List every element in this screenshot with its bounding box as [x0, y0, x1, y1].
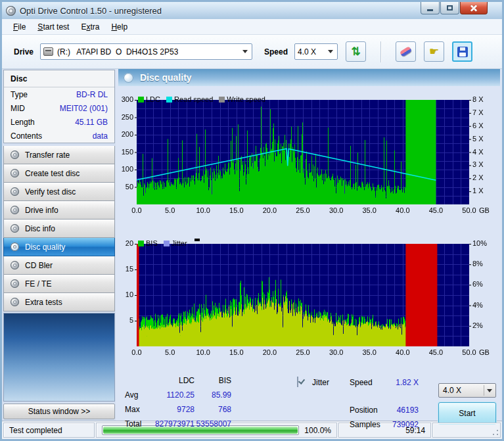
- hand-button[interactable]: ☛: [424, 41, 444, 62]
- samples-label: Samples: [350, 420, 380, 429]
- speed-value: 4.0 X: [298, 47, 316, 57]
- save-button[interactable]: [452, 41, 472, 62]
- menu-help[interactable]: Help: [105, 20, 133, 34]
- total-ldc-value: 827973971: [152, 419, 195, 429]
- sidebar-item-disc-quality[interactable]: Disc quality: [3, 238, 115, 256]
- sidebar-item-extra-tests[interactable]: Extra tests: [3, 293, 115, 312]
- disc-icon: [11, 169, 19, 177]
- position-label: Position: [350, 406, 378, 415]
- minimize-button[interactable]: [421, 2, 440, 14]
- speed-label: Speed: [264, 47, 288, 57]
- ldc-chart-block: LDC Read speed Write speed: [118, 95, 500, 230]
- current-speed-value: 1.82 X: [378, 378, 419, 387]
- content-area: Disc quality LDC Read speed Write speed …: [116, 69, 502, 421]
- sidebar-item-fe-te[interactable]: FE / TE: [3, 275, 115, 293]
- disc-icon: [11, 279, 19, 288]
- menu-bar: File Start test Extra Help: [2, 19, 502, 35]
- maximize-button[interactable]: [440, 2, 459, 14]
- disc-icon: [11, 187, 19, 196]
- drive-label: Drive: [14, 47, 34, 57]
- test-speed-select[interactable]: 4.0 X: [438, 383, 496, 398]
- drive-value: (R:) ATAPI BD O DH4O1S 2P53: [57, 47, 178, 57]
- refresh-icon: ⇅: [351, 46, 360, 57]
- disc-row-mid: MIDMEIT02 (001): [4, 101, 114, 115]
- close-icon: [470, 4, 478, 12]
- sidebar-item-disc-info[interactable]: Disc info: [3, 220, 115, 238]
- total-bis-value: 53558007: [196, 419, 231, 429]
- disc-icon: [11, 151, 19, 159]
- bis-chart-legend: BIS Jitter: [138, 239, 200, 247]
- title-bar[interactable]: Opti Drive Control 1.50 - unregistered: [2, 2, 502, 19]
- drive-select[interactable]: (R:) ATAPI BD O DH4O1S 2P53: [40, 43, 252, 60]
- jitter-checkbox[interactable]: [297, 377, 298, 387]
- sidebar: Disc TypeBD-R DL MIDMEIT02 (001) Length4…: [2, 69, 116, 421]
- bis-legend-swatch: [138, 241, 144, 246]
- disc-info-panel: Disc TypeBD-R DL MIDMEIT02 (001) Length4…: [3, 70, 115, 143]
- disc-icon: [11, 206, 19, 214]
- sidebar-filler: [3, 313, 115, 402]
- disc-icon: [11, 298, 19, 306]
- position-value: 46193: [378, 406, 419, 415]
- bis-jitter-chart: [118, 239, 498, 363]
- disc-quality-icon: [124, 73, 133, 83]
- sidebar-item-cd-bler[interactable]: CD Bler: [3, 256, 115, 275]
- max-ldc-value: 9728: [156, 405, 195, 414]
- toolbar-separator: [380, 41, 381, 62]
- menu-start-test[interactable]: Start test: [32, 20, 75, 34]
- chevron-down-icon: [328, 50, 333, 53]
- bis-chart-block: BIS Jitter: [118, 239, 500, 372]
- jitter-legend-swatch: [164, 241, 170, 246]
- max-label: Max: [125, 405, 140, 414]
- disc-icon: [11, 224, 19, 233]
- refresh-button[interactable]: ⇅: [346, 41, 366, 62]
- status-text: Test completed: [3, 423, 95, 438]
- app-window: Opti Drive Control 1.50 - unregistered F…: [0, 0, 504, 441]
- samples-value: 739092: [378, 420, 419, 429]
- eraser-button[interactable]: [396, 41, 416, 62]
- maximize-icon: [447, 5, 453, 11]
- read-speed-legend-swatch: [166, 97, 172, 103]
- resize-grip[interactable]: [492, 429, 499, 436]
- close-button[interactable]: [460, 2, 488, 14]
- sidebar-item-drive-info[interactable]: Drive info: [3, 201, 115, 220]
- disc-row-length: Length45.11 GB: [4, 115, 114, 129]
- minimize-icon: [427, 9, 433, 11]
- status-window-button[interactable]: Status window >>: [3, 404, 115, 419]
- speed-select[interactable]: 4.0 X: [294, 43, 338, 60]
- total-label: Total: [125, 419, 141, 429]
- disc-row-type: TypeBD-R DL: [4, 87, 114, 101]
- eraser-icon: [400, 46, 412, 57]
- grip-section: [432, 423, 501, 438]
- sidebar-item-verify-test-disc[interactable]: Verify test disc: [3, 183, 115, 201]
- avg-ldc-value: 1120.25: [156, 390, 195, 400]
- disc-panel-title: Disc: [4, 70, 114, 87]
- disc-row-contents: Contentsdata: [4, 129, 114, 143]
- menu-file[interactable]: File: [7, 20, 32, 34]
- disc-icon: [11, 261, 19, 269]
- current-speed-label: Speed: [350, 378, 373, 387]
- max-bis-value: 768: [197, 405, 231, 414]
- ldc-legend-swatch: [138, 97, 144, 103]
- app-disc-icon: [6, 6, 16, 16]
- start-button[interactable]: Start: [438, 402, 496, 424]
- chevron-down-icon: [487, 389, 492, 392]
- hand-icon: ☛: [429, 46, 439, 57]
- ldc-speed-chart: [118, 95, 498, 221]
- menu-extra[interactable]: Extra: [75, 20, 105, 34]
- write-speed-legend-swatch: [219, 97, 225, 103]
- jitter-checkbox-label: Jitter: [312, 378, 329, 387]
- sidebar-item-transfer-rate[interactable]: Transfer rate: [3, 146, 115, 164]
- chevron-down-icon: [242, 50, 248, 53]
- bis-column-header: BIS: [197, 376, 231, 385]
- section-header: Disc quality: [118, 69, 500, 86]
- ldc-chart-legend: LDC Read speed Write speed: [138, 95, 265, 103]
- jitter-legend-mark: [195, 239, 200, 241]
- disc-icon: [11, 243, 19, 251]
- avg-label: Avg: [125, 390, 138, 400]
- toolbar: Drive (R:) ATAPI BD O DH4O1S 2P53 Speed …: [2, 35, 502, 69]
- sidebar-item-create-test-disc[interactable]: Create test disc: [3, 164, 115, 183]
- window-title: Opti Drive Control 1.50 - unregistered: [20, 6, 162, 16]
- avg-bis-value: 85.99: [197, 390, 231, 400]
- ldc-column-header: LDC: [156, 376, 195, 385]
- page-title: Disc quality: [140, 72, 192, 83]
